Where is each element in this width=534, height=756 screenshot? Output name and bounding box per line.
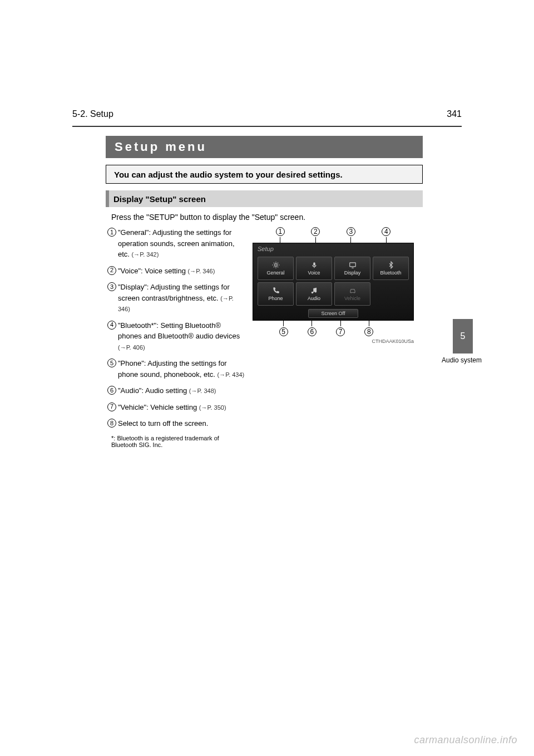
intro-box: You can adjust the audio system to your … [106,165,423,184]
chapter-tab: 5 [453,319,473,354]
marker-icon: 6 [106,385,118,395]
page-ref: (→P. 406) [118,344,145,351]
page-ref: (→P. 342) [132,251,159,258]
setup-screenshot: 1 2 3 4 Setup General [253,227,414,336]
cell-phone[interactable]: Phone [258,282,294,306]
page-ref: (→P. 350) [199,404,226,411]
cell-audio[interactable]: Audio [296,282,332,306]
manual-page: 5-2. Setup 341 Setup menu You can adjust… [0,0,534,756]
phone-icon [271,287,280,294]
bluetooth-icon [387,261,395,269]
list-item: 8 Select to turn off the screen. [106,418,245,429]
list-item: 2 "Voice": Voice setting (→P. 346) [106,266,245,277]
callout-bubble: 4 [382,227,390,236]
list-item: 1 "General": Adjusting the settings for … [106,227,245,260]
marker-icon: 3 [106,282,118,292]
watermark: carmanualsonline.info [414,734,517,746]
page-number: 341 [447,109,462,119]
header-section: 5-2. Setup [72,109,113,119]
callout-row-top: 1 2 3 4 [253,227,414,237]
page-title: Setup menu [115,140,207,154]
list-item-text: "Display": Adjusting the settings for sc… [118,282,245,315]
list-item: 4 "Bluetooth*": Setting Bluetooth® phone… [106,320,245,353]
list-item-text: "General": Adjusting the settings for op… [118,227,245,260]
callout-bubble: 6 [308,327,317,336]
callout-row-bottom: 5 6 7 8 [253,326,414,336]
page-ref: (→P. 434) [217,371,245,378]
list-item: 5 "Phone": Adjusting the settings for ph… [106,358,245,380]
icon-grid: General Voice Display [258,257,409,306]
cell-voice[interactable]: Voice [296,257,332,280]
cell-vehicle[interactable]: Vehicle [334,282,370,306]
intro-text: You can adjust the audio system to your … [114,170,343,179]
callout-bubble: 7 [336,327,345,336]
callout-bubble: 8 [364,327,373,336]
list-item-text: "Vehicle": Vehicle setting (→P. 350) [118,402,245,413]
callout-lines [253,321,414,326]
list-item-text: Select to turn off the screen. [118,418,245,429]
music-icon [310,287,319,294]
svg-rect-2 [349,263,355,267]
voice-icon [310,261,319,269]
marker-icon: 4 [106,320,118,330]
image-code: CTHDAAK010USa [372,338,414,344]
callout-bubble: 1 [276,227,285,236]
two-column-layout: 1 "General": Adjusting the settings for … [106,227,423,448]
callout-lines [253,237,414,243]
gear-icon [271,261,280,269]
svg-point-0 [274,264,277,267]
list-item: 3 "Display": Adjusting the settings for … [106,282,245,315]
section-heading-bar: Display "Setup" screen [106,190,423,207]
cell-general[interactable]: General [258,257,294,280]
chapter-number: 5 [461,331,466,341]
press-line: Press the "SETUP" button to display the … [111,213,423,222]
list-item: 6 "Audio": Audio setting (→P. 348) [106,385,245,396]
screen-title: Setup [258,246,274,252]
list-item-text: "Audio": Audio setting (→P. 348) [118,385,245,396]
setup-screen: Setup General Voice [253,243,414,321]
svg-rect-1 [313,262,315,266]
cell-bluetooth[interactable]: Bluetooth [373,257,409,280]
chapter-label: Audio system [437,356,487,364]
display-icon [348,261,357,269]
body-area: Press the "SETUP" button to display the … [106,213,423,448]
list-item-text: "Voice": Voice setting (→P. 346) [118,266,245,277]
marker-icon: 8 [106,418,118,428]
page-ref: (→P. 346) [188,268,215,274]
callout-bubble: 5 [279,327,288,336]
page-header: 5-2. Setup 341 [72,109,462,119]
list-item-text: "Phone": Adjusting the settings for phon… [118,358,245,380]
marker-icon: 7 [106,402,118,412]
list-item-text: "Bluetooth*": Setting Bluetooth® phones … [118,320,245,353]
car-icon [348,287,357,294]
header-rule [72,126,462,127]
screen-off-button[interactable]: Screen Off [308,309,358,318]
footnote: *: Bluetooth is a registered trademark o… [111,435,245,448]
page-title-bar: Setup menu [106,136,423,158]
page-ref: (→P. 348) [189,387,216,394]
cell-display[interactable]: Display [334,257,370,280]
section-heading: Display "Setup" screen [113,194,206,204]
list-item: 7 "Vehicle": Vehicle setting (→P. 350) [106,402,245,413]
marker-icon: 2 [106,266,118,276]
marker-icon: 5 [106,358,118,368]
screenshot-column: 1 2 3 4 Setup General [253,227,423,448]
marker-icon: 1 [106,227,118,237]
callout-bubble: 2 [311,227,320,236]
callout-list: 1 "General": Adjusting the settings for … [106,227,245,448]
callout-bubble: 3 [347,227,355,236]
